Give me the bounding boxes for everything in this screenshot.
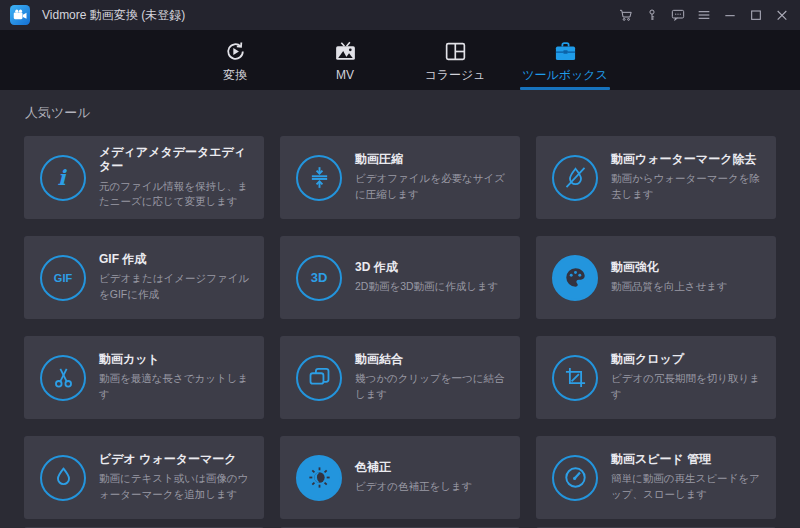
tool-description: 動画にテキスト或いは画像のウォーターマークを追加します (99, 471, 252, 503)
tab-convert[interactable]: 変換 (187, 30, 283, 90)
title-bar: Vidmore 動画変換 (未登録) (0, 0, 800, 30)
compress-icon (296, 155, 342, 201)
tool-description: 動画品質を向上させます (611, 279, 728, 295)
tool-card[interactable]: i メディアメタデータエディター 元のファイル情報を保持し、またニーズに応じて変… (24, 136, 264, 219)
tool-title: 動画圧縮 (355, 152, 508, 166)
tool-title: 動画ウォーターマーク除去 (611, 152, 764, 166)
tool-text: 動画クロップ ビデオの冗長期間を切り取ります (611, 352, 764, 403)
color-correct-icon (296, 455, 342, 501)
tool-text: 動画カット 動画を最適な長さでカットします (99, 352, 252, 403)
tab-collage[interactable]: コラージュ (407, 30, 503, 90)
tool-title: 動画クロップ (611, 352, 764, 366)
tool-title: 動画結合 (355, 352, 508, 366)
tools-grid: i メディアメタデータエディター 元のファイル情報を保持し、またニーズに応じて変… (24, 136, 776, 519)
speedometer-icon (552, 455, 598, 501)
maximize-icon[interactable] (747, 7, 764, 24)
tool-text: 動画圧縮 ビデオファイルを必要なサイズに圧縮します (355, 152, 508, 203)
convert-icon (223, 39, 248, 64)
tool-card[interactable]: 動画クロップ ビデオの冗長期間を切り取ります (536, 336, 776, 419)
tool-card[interactable]: 動画ウォーターマーク除去 動画からウォーターマークを除去します (536, 136, 776, 219)
tool-text: 動画強化 動画品質を向上させます (611, 260, 728, 295)
tool-card[interactable]: 動画結合 幾つかのクリップを一つに結合します (280, 336, 520, 419)
tab-mv[interactable]: MV (297, 30, 393, 90)
toolbox-icon (553, 39, 578, 64)
key-icon[interactable] (643, 7, 660, 24)
tool-card[interactable]: 動画スピード 管理 簡単に動画の再生スピードをアップ、スローします (536, 436, 776, 519)
tool-title: GIF 作成 (99, 252, 252, 266)
tool-description: 元のファイル情報を保持し、またニーズに応じて変更します (99, 179, 252, 211)
tab-toolbox[interactable]: ツールボックス (517, 30, 613, 90)
tool-title: 動画スピード 管理 (611, 452, 764, 466)
tool-card[interactable]: 3D 3D 作成 2D動画を3D動画に作成します (280, 236, 520, 319)
toolbox-panel: 人気ツール i メディアメタデータエディター 元のファイル情報を保持し、またニー… (0, 90, 800, 528)
window-title: Vidmore 動画変換 (未登録) (42, 7, 185, 24)
tool-text: ビデオ ウォーターマーク 動画にテキスト或いは画像のウォーターマークを追加します (99, 452, 252, 503)
tool-card[interactable]: 色補正 ビデオの色補正をします (280, 436, 520, 519)
tool-text: 動画結合 幾つかのクリップを一つに結合します (355, 352, 508, 403)
tool-description: ビデオの色補正をします (355, 479, 472, 495)
cart-icon[interactable] (617, 7, 634, 24)
crop-icon (552, 355, 598, 401)
tool-title: ビデオ ウォーターマーク (99, 452, 252, 466)
tool-description: ビデオの冗長期間を切り取ります (611, 371, 764, 403)
close-icon[interactable] (773, 7, 790, 24)
tab-label: ツールボックス (522, 69, 608, 81)
app-logo-icon (10, 5, 30, 25)
collage-icon (443, 39, 468, 64)
tab-label: コラージュ (424, 69, 485, 81)
tool-description: 動画からウォーターマークを除去します (611, 171, 764, 203)
tool-description: 簡単に動画の再生スピードをアップ、スローします (611, 471, 764, 503)
3d-icon: 3D (296, 255, 342, 301)
watermark-remove-icon (552, 155, 598, 201)
tool-text: 動画ウォーターマーク除去 動画からウォーターマークを除去します (611, 152, 764, 203)
tool-text: 動画スピード 管理 簡単に動画の再生スピードをアップ、スローします (611, 452, 764, 503)
tool-text: 色補正 ビデオの色補正をします (355, 460, 472, 495)
scissors-icon (40, 355, 86, 401)
merge-icon (296, 355, 342, 401)
tool-description: ビデオファイルを必要なサイズに圧縮します (355, 171, 508, 203)
tool-title: 色補正 (355, 460, 472, 474)
tool-card[interactable]: 動画カット 動画を最適な長さでカットします (24, 336, 264, 419)
tool-card[interactable]: 動画圧縮 ビデオファイルを必要なサイズに圧縮します (280, 136, 520, 219)
info-icon: i (40, 155, 86, 201)
menu-icon[interactable] (695, 7, 712, 24)
tab-label: 変換 (223, 69, 247, 81)
tool-description: 動画を最適な長さでカットします (99, 371, 252, 403)
tool-title: 動画強化 (611, 260, 728, 274)
feedback-icon[interactable] (669, 7, 686, 24)
tab-label: MV (336, 69, 354, 81)
tool-description: 2D動画を3D動画に作成します (355, 279, 499, 295)
tool-card[interactable]: 動画強化 動画品質を向上させます (536, 236, 776, 319)
tool-title: 動画カット (99, 352, 252, 366)
tool-description: 幾つかのクリップを一つに結合します (355, 371, 508, 403)
palette-icon (552, 255, 598, 301)
tool-description: ビデオまたはイメージファイルをGIFに作成 (99, 271, 252, 303)
tool-text: GIF 作成 ビデオまたはイメージファイルをGIFに作成 (99, 252, 252, 303)
tool-title: メディアメタデータエディター (99, 145, 252, 174)
main-nav: 変換 MV コラージュ ツールボックス (0, 30, 800, 90)
popular-tools-heading: 人気ツール (25, 104, 776, 122)
tool-card[interactable]: GIF GIF 作成 ビデオまたはイメージファイルをGIFに作成 (24, 236, 264, 319)
gif-icon: GIF (40, 255, 86, 301)
titlebar-actions (617, 7, 790, 24)
mv-icon (333, 39, 358, 64)
watermark-add-icon (40, 455, 86, 501)
tool-text: 3D 作成 2D動画を3D動画に作成します (355, 260, 499, 295)
minimize-icon[interactable] (721, 7, 738, 24)
tool-card[interactable]: ビデオ ウォーターマーク 動画にテキスト或いは画像のウォーターマークを追加します (24, 436, 264, 519)
tool-title: 3D 作成 (355, 260, 499, 274)
tool-text: メディアメタデータエディター 元のファイル情報を保持し、またニーズに応じて変更し… (99, 145, 252, 210)
